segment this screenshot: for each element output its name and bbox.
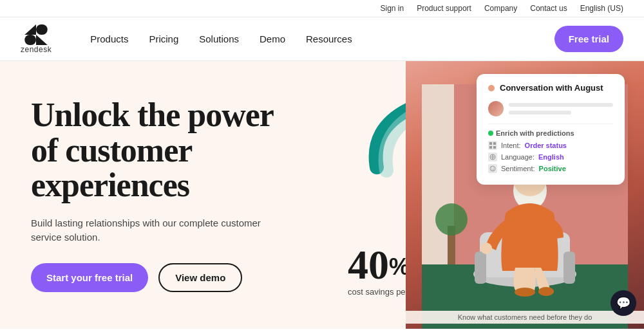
stats-number-container: 40%: [348, 244, 410, 286]
headline-line3: experiences: [31, 167, 189, 203]
company-link[interactable]: Company: [484, 4, 517, 13]
svg-rect-16: [489, 142, 492, 145]
svg-rect-1: [24, 35, 36, 45]
headline-line1: Unlock the power: [31, 97, 274, 133]
headline-line2: of customer: [31, 132, 192, 169]
svg-point-23: [491, 167, 492, 168]
view-demo-button[interactable]: View demo: [158, 263, 242, 292]
svg-rect-17: [493, 142, 496, 145]
conversation-card: Conversation with August Enrich with pre…: [477, 74, 625, 185]
hero-subtext: Build lasting relationships with our com…: [31, 216, 276, 245]
zendesk-logo-icon: [24, 24, 48, 45]
logo-text: zendesk: [21, 45, 52, 54]
hero-headline: Unlock the power of customer experiences: [31, 98, 304, 203]
conv-line-1: [509, 103, 613, 107]
conv-intent-row: Intent: Order status: [488, 141, 613, 150]
enrich-dot: [488, 131, 493, 136]
svg-point-10: [538, 287, 554, 296]
hero-buttons: Start your free trial View demo: [31, 263, 304, 292]
grid-icon: [488, 141, 497, 150]
svg-rect-19: [493, 146, 496, 149]
stats-number: 40: [348, 242, 389, 288]
signin-link[interactable]: Sign in: [380, 4, 404, 13]
svg-point-22: [490, 166, 495, 171]
language-link[interactable]: English (US): [580, 4, 623, 13]
svg-rect-7: [564, 252, 575, 284]
conv-divider: [488, 124, 613, 124]
nav-links: Products Pricing Solutions Demo Resource…: [82, 28, 554, 50]
intent-value: Order status: [525, 142, 567, 149]
product-support-link[interactable]: Product support: [417, 4, 471, 13]
conv-card-header: Conversation with August: [488, 83, 613, 93]
svg-rect-18: [489, 146, 492, 149]
intent-key: Intent:: [501, 142, 521, 149]
chat-icon: 💬: [616, 296, 630, 310]
hero-left: Unlock the power of customer experiences…: [0, 61, 335, 329]
nav-pricing[interactable]: Pricing: [141, 28, 186, 50]
hero-right: 40% cost savings per ticket: [335, 61, 644, 329]
contact-us-link[interactable]: Contact us: [530, 4, 567, 13]
conv-language-row: Language: English: [488, 152, 613, 161]
face-icon: [488, 164, 497, 173]
svg-rect-6: [475, 252, 486, 284]
nav-products[interactable]: Products: [82, 28, 136, 50]
nav-demo[interactable]: Demo: [252, 28, 293, 50]
utility-bar: Sign in Product support Company Contact …: [0, 0, 644, 17]
conv-enrich-label: Enrich with predictions: [488, 129, 613, 137]
sentiment-key: Sentiment:: [501, 165, 535, 172]
svg-rect-0: [36, 24, 48, 35]
nav-resources[interactable]: Resources: [298, 28, 360, 50]
svg-point-11: [480, 243, 492, 254]
language-value: English: [538, 153, 564, 161]
logo[interactable]: zendesk: [21, 24, 52, 54]
language-key: Language:: [501, 153, 535, 161]
conv-status-dot: [488, 85, 495, 91]
photo-caption: Know what customers need before they do: [406, 311, 644, 324]
globe-icon: [488, 152, 497, 161]
start-trial-button[interactable]: Start your free trial: [31, 263, 148, 292]
navbar: zendesk Products Pricing Solutions Demo …: [0, 17, 644, 61]
svg-point-15: [435, 203, 468, 235]
free-trial-button[interactable]: Free trial: [554, 26, 623, 52]
conv-avatar: [488, 101, 504, 116]
svg-point-24: [493, 167, 494, 168]
sentiment-value: Positive: [539, 165, 566, 172]
chat-bubble-button[interactable]: 💬: [611, 290, 636, 316]
svg-point-9: [515, 288, 535, 297]
conv-sentiment-row: Sentiment: Positive: [488, 164, 613, 173]
conv-line-2: [509, 111, 571, 115]
hero-section: Unlock the power of customer experiences…: [0, 61, 644, 329]
conv-card-title: Conversation with August: [500, 83, 603, 93]
nav-solutions[interactable]: Solutions: [191, 28, 247, 50]
